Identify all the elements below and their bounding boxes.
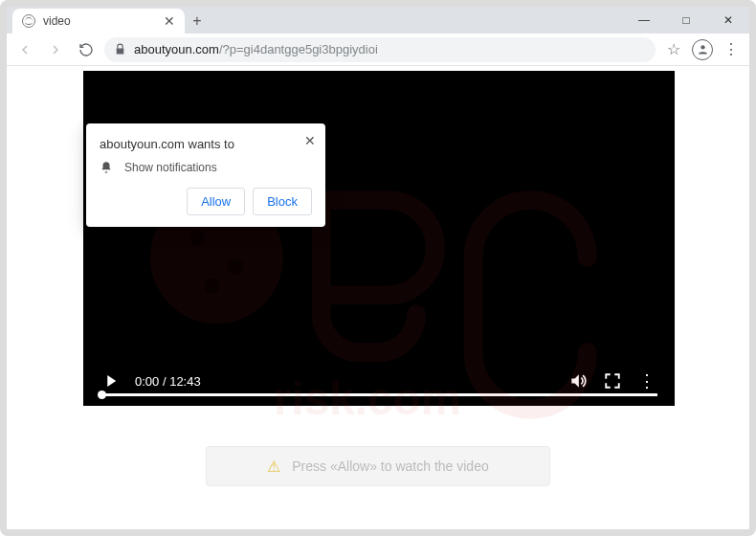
close-tab-icon[interactable]: ✕ xyxy=(164,13,175,29)
browser-menu-button[interactable]: ⋮ xyxy=(719,37,744,62)
page-content: 0:00 / 12:43 ⋮ ⚠ Press «Allow» to watch … xyxy=(7,66,749,529)
window-close-button[interactable]: ✕ xyxy=(707,7,749,34)
svg-point-0 xyxy=(700,45,704,49)
bell-icon xyxy=(100,161,113,174)
volume-icon[interactable] xyxy=(567,370,589,391)
window-maximize-button[interactable]: □ xyxy=(665,7,707,34)
block-button[interactable]: Block xyxy=(253,188,312,215)
video-menu-icon[interactable]: ⋮ xyxy=(636,370,657,391)
window-minimize-button[interactable]: — xyxy=(623,7,665,34)
bookmark-star-icon[interactable]: ☆ xyxy=(661,37,686,62)
forward-button[interactable] xyxy=(43,37,68,62)
video-controls: 0:00 / 12:43 ⋮ xyxy=(83,356,675,406)
url-text: aboutyoun.com/?p=gi4dantgge5gi3bpgiydioi xyxy=(134,42,378,56)
video-progress-bar[interactable] xyxy=(100,393,657,396)
globe-icon xyxy=(22,14,35,28)
url-field[interactable]: aboutyoun.com/?p=gi4dantgge5gi3bpgiydioi xyxy=(104,37,656,62)
back-button[interactable] xyxy=(12,37,37,62)
reload-button[interactable] xyxy=(74,37,99,62)
video-time: 0:00 / 12:43 xyxy=(135,374,201,389)
popup-title: aboutyoun.com wants to xyxy=(100,137,312,151)
tab-title: video xyxy=(43,14,156,28)
new-tab-button[interactable]: + xyxy=(185,9,210,34)
popup-close-icon[interactable]: ✕ xyxy=(304,133,316,148)
play-icon[interactable] xyxy=(100,370,122,391)
allow-button[interactable]: Allow xyxy=(187,188,245,215)
window-titlebar: video ✕ + — □ ✕ xyxy=(7,7,749,34)
profile-avatar-icon[interactable] xyxy=(692,39,713,60)
video-player[interactable]: 0:00 / 12:43 ⋮ xyxy=(83,71,675,406)
browser-tab[interactable]: video ✕ xyxy=(12,9,185,34)
video-progress-handle[interactable] xyxy=(98,391,106,399)
lock-icon xyxy=(114,43,126,56)
fullscreen-icon[interactable] xyxy=(602,370,623,391)
address-bar: aboutyoun.com/?p=gi4dantgge5gi3bpgiydioi… xyxy=(7,34,749,66)
notification-permission-popup: ✕ aboutyoun.com wants to Show notificati… xyxy=(86,123,325,227)
allow-prompt-banner: ⚠ Press «Allow» to watch the video xyxy=(206,446,550,486)
warning-icon: ⚠ xyxy=(267,458,280,476)
allow-prompt-text: Press «Allow» to watch the video xyxy=(292,458,488,474)
popup-body-text: Show notifications xyxy=(124,161,217,174)
